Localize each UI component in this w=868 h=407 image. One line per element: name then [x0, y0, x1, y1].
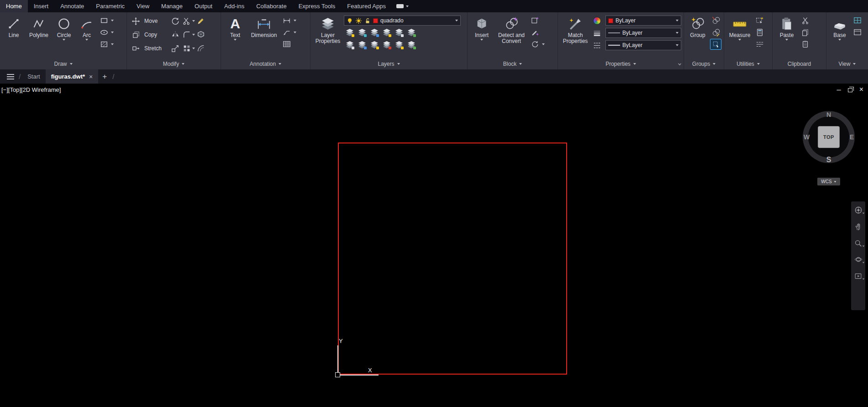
paste-button[interactable]: Paste	[775, 14, 799, 58]
ribbon-tab-output[interactable]: Output	[189, 0, 218, 12]
layer-isolate-button[interactable]	[356, 27, 368, 38]
layer-freeze-button[interactable]	[368, 27, 380, 38]
measure-button[interactable]: Measure	[726, 14, 753, 58]
offset-button[interactable]	[195, 43, 206, 54]
object-color-dropdown[interactable]: ByLayer	[605, 16, 681, 26]
groups-panel-label[interactable]: Groups	[684, 58, 724, 69]
layer-off-button[interactable]	[344, 27, 355, 38]
utilities-panel-label[interactable]: Utilities	[724, 58, 772, 69]
clipboard-panel-label[interactable]: Clipboard	[773, 58, 826, 69]
block-edit-button[interactable]	[529, 15, 541, 26]
id-point-button[interactable]	[754, 39, 765, 50]
file-tab-active[interactable]: figuras.dwt* ×	[46, 69, 99, 84]
block-define-attributes-button[interactable]	[529, 27, 541, 38]
drawn-square[interactable]	[338, 143, 567, 375]
orbit-button[interactable]	[853, 254, 863, 264]
layer-previous-button[interactable]	[356, 39, 368, 50]
linear-dimension-button[interactable]	[281, 15, 292, 26]
viewcube[interactable]: N S W E TOP	[803, 111, 855, 163]
base-button[interactable]: Base	[829, 14, 851, 58]
leader-button[interactable]	[281, 27, 292, 38]
group-selection-toggle[interactable]	[710, 39, 721, 50]
plot-style-button[interactable]	[591, 40, 603, 51]
explode-button[interactable]	[195, 29, 206, 40]
ribbon-tab-parametric[interactable]: Parametric	[90, 0, 131, 12]
linetype-dropdown[interactable]: ByLayer	[605, 28, 681, 38]
ribbon-tab-annotate[interactable]: Annotate	[54, 0, 90, 12]
viewcube-east[interactable]: E	[850, 133, 854, 141]
modify-panel-label[interactable]: Modify	[127, 58, 221, 69]
layer-lock-button[interactable]	[381, 27, 392, 38]
ribbon-tab-collaborate[interactable]: Collaborate	[250, 0, 293, 12]
viewcube-top-face[interactable]: TOP	[818, 127, 839, 148]
view-panel-label[interactable]: View	[826, 58, 868, 69]
scale-button[interactable]	[169, 43, 181, 54]
layer-on-all-button[interactable]	[368, 39, 380, 50]
layer-walk-button[interactable]	[405, 39, 417, 50]
file-tab-menu-button[interactable]	[4, 69, 17, 84]
viewcube-north[interactable]: N	[826, 111, 831, 118]
rotate-button[interactable]	[169, 16, 181, 26]
cut-button[interactable]	[800, 15, 811, 26]
detect-convert-button[interactable]: Detect and Convert	[494, 14, 528, 58]
array-button[interactable]	[181, 43, 192, 54]
close-tab-icon[interactable]: ×	[89, 73, 93, 80]
layer-lock-icon[interactable]	[364, 17, 371, 24]
drawing-viewport[interactable]: [−][Top][2D Wireframe] ─ × Y X N S W E T…	[0, 84, 868, 407]
lineweight-dropdown[interactable]: ByLayer	[605, 40, 681, 50]
layer-color-swatch[interactable]	[373, 18, 378, 23]
block-sync-button[interactable]	[529, 39, 541, 50]
arc-button[interactable]: Arc	[76, 14, 97, 58]
ungroup-button[interactable]	[710, 15, 721, 26]
layer-unlock-button[interactable]	[393, 27, 405, 38]
ribbon-tab-view[interactable]: View	[131, 0, 155, 12]
copy-clip-button[interactable]	[800, 27, 811, 38]
layer-on-icon[interactable]	[347, 17, 353, 24]
table-button[interactable]	[281, 39, 292, 50]
group-edit-button[interactable]	[710, 27, 721, 38]
viewcube-south[interactable]: S	[826, 156, 831, 164]
ribbon-tab-featured-apps[interactable]: Featured Apps	[341, 0, 392, 12]
layer-dropdown[interactable]: quadrado	[344, 16, 461, 26]
layer-properties-button[interactable]: Layer Properties	[313, 14, 343, 58]
viewport-config-button[interactable]	[852, 15, 863, 26]
match-properties-button[interactable]: Match Properties	[560, 14, 590, 58]
text-button[interactable]: A Text	[223, 14, 247, 58]
ucs-origin-icon[interactable]	[335, 372, 340, 377]
ribbon-tab-home[interactable]: Home	[0, 0, 28, 12]
insert-block-button[interactable]: Insert	[470, 14, 494, 58]
pan-button[interactable]	[853, 222, 863, 232]
properties-dialog-launcher-icon[interactable]	[678, 62, 681, 65]
layer-match-button[interactable]	[405, 27, 417, 38]
show-motion-button[interactable]	[853, 271, 863, 281]
group-button[interactable]: Group	[686, 14, 709, 58]
quick-select-button[interactable]	[754, 15, 765, 26]
ribbon-tab-addins[interactable]: Add-ins	[218, 0, 250, 12]
ribbon-tab-manage[interactable]: Manage	[155, 0, 189, 12]
hatch-button[interactable]	[98, 39, 110, 50]
named-views-button[interactable]	[852, 27, 863, 38]
viewcube-west[interactable]: W	[804, 133, 810, 141]
minimize-viewport-icon[interactable]: ─	[836, 86, 841, 93]
trim-button[interactable]	[181, 16, 192, 26]
mirror-button[interactable]	[169, 29, 181, 40]
move-button[interactable]: Move	[129, 16, 169, 26]
copy-button[interactable]: Copy	[129, 29, 169, 40]
restore-viewport-icon[interactable]	[848, 88, 852, 92]
ribbon-display-toggle[interactable]	[392, 0, 413, 12]
paste-special-button[interactable]	[800, 39, 811, 50]
draw-panel-label[interactable]: Draw	[0, 58, 126, 69]
ribbon-tab-insert[interactable]: Insert	[28, 0, 55, 12]
quick-calculator-button[interactable]	[754, 27, 765, 38]
polyline-button[interactable]: Polyline	[26, 14, 52, 58]
erase-button[interactable]	[195, 16, 206, 26]
layer-make-current-button[interactable]	[344, 39, 355, 50]
layer-freeze-icon[interactable]	[355, 17, 362, 24]
circle-button[interactable]: Circle	[53, 14, 75, 58]
ellipse-button[interactable]	[98, 27, 110, 38]
block-panel-label[interactable]: Block	[468, 58, 558, 69]
lineweight-button[interactable]	[591, 27, 603, 38]
layer-lock-fade-button[interactable]	[393, 39, 405, 50]
rectangle-button[interactable]	[98, 15, 110, 26]
full-navigation-wheel-button[interactable]	[853, 205, 863, 215]
